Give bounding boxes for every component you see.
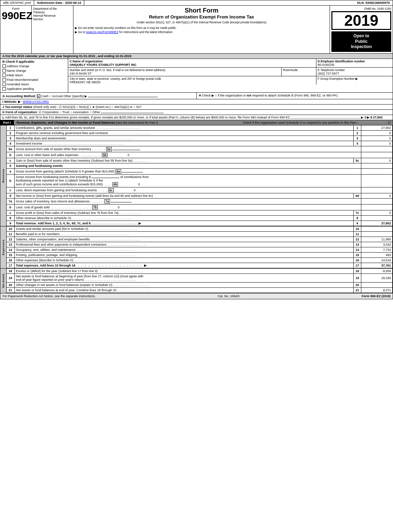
line-3-row: 3 Membership dues and assessments . . . … — [7, 136, 393, 141]
application-pending-label: Application pending — [7, 87, 34, 91]
amended-return-label: Amended return — [7, 83, 29, 86]
section-a: A For the 2019 calendar year, or tax yea… — [0, 54, 393, 59]
line-14-row: 14 Occupancy, rent, utilities, and maint… — [7, 247, 393, 252]
website-label: I Website: ▶ — [2, 100, 21, 103]
line-6-row: 6 Gaming and fundraising events — [7, 163, 393, 168]
revenue-side-label: Revenue — [2, 169, 5, 183]
footer: For Paperwork Reduction Act Notice, see … — [0, 293, 393, 299]
dept-line3: Internal Revenue — [33, 14, 72, 17]
form-subtitle: Under section 501(c), 527, or 4947(a)(1)… — [75, 21, 328, 24]
form-title2: Return of Organization Exempt From Incom… — [75, 14, 328, 20]
name-change-box[interactable] — [2, 69, 6, 72]
phone: (402) 727-5977 — [318, 72, 392, 75]
line-20-row: 20 Other changes in net assets or fund b… — [7, 282, 393, 287]
address-change-box[interactable] — [2, 64, 6, 68]
amended-return-checkbox[interactable]: Amended return — [2, 83, 29, 86]
section-h-text: H Check ▶ ○ if the organization is not r… — [199, 94, 338, 97]
form-number: 990EZ — [2, 10, 30, 21]
line-11-row: 11 Benefits paid to or for members . . .… — [7, 231, 393, 237]
page: efile GRAPHIC print Submission Date - 20… — [0, 0, 393, 299]
amended-return-box[interactable] — [2, 83, 6, 86]
line-5c-row: c Gain or (loss) from sale of assets oth… — [7, 158, 393, 163]
year-box: 2019 — [331, 11, 391, 30]
name-change-label: Name change — [7, 69, 26, 72]
tax-exempt-label: J Tax-exempt status (check only one) - ☑… — [2, 105, 141, 109]
org-name-label: C Name of organization — [70, 60, 315, 63]
cash-checkbox-g[interactable]: ☑ — [37, 94, 40, 98]
line-16-row: 16 Other expenses (describe in Schedule … — [7, 257, 393, 263]
line-6d-row: d Net income or (loss) from gaming and f… — [7, 193, 393, 198]
footer-paperwork: For Paperwork Reduction Act Notice, see … — [2, 294, 96, 298]
city: FREMONT, NE 68025 — [70, 80, 315, 84]
footer-cat: Cat. No. 10642I — [218, 294, 239, 298]
line-18-row: 18 Excess or (deficit) for the year (Sub… — [7, 269, 393, 274]
section-b-label: B Check if applicable: — [2, 60, 66, 63]
street-label: Number and street (or P. O. box, if mail… — [70, 68, 280, 72]
room-label: Room/suite — [283, 68, 315, 72]
part1-check: Check if the organization used Schedule … — [158, 121, 393, 124]
cash-label-g: Cash — [41, 94, 49, 98]
net-assets-side-label: Net Assets — [2, 273, 5, 288]
accrual-label-g: Accrual — [52, 94, 63, 98]
part1-label: Part I — [0, 120, 14, 125]
line-13-row: 13 Professional fees and other payments … — [7, 242, 393, 247]
omb-number: OMB No. 1545-1150 — [331, 7, 391, 10]
line-19-row: 19 Net assets or fund balances at beginn… — [7, 273, 393, 282]
website-url: WWW.UYSS.ORG — [23, 100, 49, 103]
part1-title: Revenue, Expenses, and Changes in Net As… — [17, 121, 158, 124]
final-return-box[interactable] — [2, 78, 6, 82]
dln: DLN: 93492166000070 — [354, 0, 393, 5]
org-name: UNIQUELY YOURS STABILITY SUPPORT INC — [70, 63, 315, 67]
line-12-row: 12 Salaries, other compensation, and emp… — [7, 237, 393, 242]
initial-return-checkbox[interactable]: Initial return — [2, 74, 23, 77]
line-6c-row: c Less: direct expenses from gaming and … — [7, 187, 393, 193]
line-21-row: 21 Net assets or fund balances at end of… — [7, 287, 393, 293]
line-5b-row: b Less: cost or other basis and sales ex… — [7, 152, 393, 158]
ein: 80-0160230 — [318, 63, 392, 67]
instruction2: ▶ Go to www.irs.gov/Form990EZ for instru… — [75, 30, 328, 34]
phone-label: E Telephone number — [318, 68, 392, 72]
final-return-label: Final return/terminated — [7, 78, 38, 82]
line-9-row: 9 Total revenue. Add lines 1, 2, 3, 4, 5… — [7, 221, 393, 226]
dept-line1: Department of the — [33, 7, 72, 10]
line-15-row: 15 Printing, publications, postage, and … — [7, 252, 393, 257]
dept-line2: Treasury — [33, 10, 72, 14]
final-return-checkbox[interactable]: Final return/terminated — [2, 78, 38, 82]
submission-date: Submission Date - 2020-06-14 — [34, 0, 84, 5]
line-6b-row: b Gross income from fundraising events (… — [7, 174, 393, 187]
line-1-row: 1 Contributions, gifts, grants, and simi… — [7, 125, 393, 131]
name-change-checkbox[interactable]: Name change — [2, 69, 26, 72]
form-title1: Short Form — [75, 7, 328, 14]
other-label-g: Other (specify) ▶ — [63, 94, 88, 98]
line-17-row: 17 Total expenses. Add lines 10 through … — [7, 263, 393, 268]
section-l-text: L Add lines 5b, 6c, and 7b to line 9 to … — [2, 116, 383, 119]
line-6a-row: a Gross income from gaming (attach Sched… — [7, 168, 393, 174]
footer-form: Form 990-EZ (2019) — [362, 294, 391, 298]
line-10-row: 10 Grants and similar amounts paid (list… — [7, 226, 393, 232]
street: 240 N MAIN ST — [70, 72, 280, 75]
city-label: City or town, state or province, country… — [70, 77, 315, 80]
efile-label: efile GRAPHIC print — [0, 0, 34, 5]
initial-return-label: Initial return — [7, 74, 23, 77]
line-7c-row: c Gross profit or (loss) from sales of i… — [7, 210, 393, 215]
group-label: F Group Exemption Number ▶ — [318, 77, 392, 80]
line-2-row: 2 Program service revenue including gove… — [7, 130, 393, 136]
line-5a-row: 5a Gross amount from sale of assets othe… — [7, 146, 393, 152]
line-4-row: 4 Investment income . . . . . . . . . . … — [7, 141, 393, 146]
line-8-row: 8 Other revenue (describe in Schedule O)… — [7, 215, 393, 221]
accrual-checkbox-g[interactable]: ○ — [49, 94, 51, 98]
application-pending-checkbox[interactable]: Application pending — [2, 87, 34, 91]
expenses-side-label: Expenses — [2, 239, 5, 255]
dept-line4: Service — [33, 17, 72, 21]
line-7b-row: b Less: cost of goods sold . . . . . . .… — [7, 204, 393, 210]
application-pending-box[interactable] — [2, 87, 6, 91]
initial-return-box[interactable] — [2, 74, 6, 77]
accounting-label: G Accounting Method: — [2, 94, 37, 98]
open-to-public: Open to Public Inspection — [331, 31, 391, 52]
ein-label: D Employer identification number — [318, 60, 392, 63]
form-org-label: K Form of organization: ☑ Corporation ○ … — [2, 110, 164, 114]
line-7a-row: 7a Gross sales of inventory, less return… — [7, 198, 393, 204]
address-change-checkbox[interactable]: Address change — [2, 64, 29, 68]
instruction1: ▶ Do not enter social security numbers o… — [75, 26, 328, 30]
address-change-label: Address change — [7, 64, 29, 68]
